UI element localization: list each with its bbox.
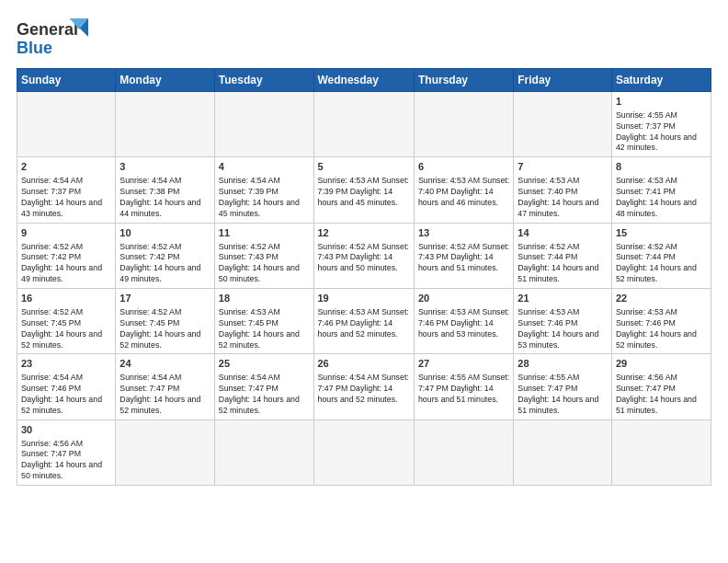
calendar-week-row: 23Sunrise: 4:54 AM Sunset: 7:46 PM Dayli… (17, 354, 711, 419)
header: GeneralBlue (17, 17, 711, 57)
calendar-week-row: 1Sunrise: 4:55 AM Sunset: 7:37 PM Daylig… (17, 92, 711, 157)
day-info: Sunrise: 4:55 AM Sunset: 7:37 PM Dayligh… (616, 110, 707, 155)
day-info: Sunrise: 4:52 AM Sunset: 7:42 PM Dayligh… (119, 242, 210, 286)
calendar-day-12: 12Sunrise: 4:52 AM Sunset: 7:43 PM Dayli… (313, 223, 414, 288)
calendar-day-9: 9Sunrise: 4:52 AM Sunset: 7:42 PM Daylig… (17, 223, 116, 288)
day-info: Sunrise: 4:52 AM Sunset: 7:43 PM Dayligh… (219, 242, 310, 286)
calendar-day-empty (611, 419, 711, 485)
day-number: 3 (119, 160, 210, 174)
calendar-day-20: 20Sunrise: 4:53 AM Sunset: 7:46 PM Dayli… (414, 289, 513, 354)
calendar-day-11: 11Sunrise: 4:52 AM Sunset: 7:43 PM Dayli… (214, 223, 313, 288)
day-number: 4 (219, 160, 310, 174)
calendar-day-22: 22Sunrise: 4:53 AM Sunset: 7:46 PM Dayli… (611, 289, 711, 354)
day-number: 1 (616, 95, 707, 109)
weekday-header-sunday: Sunday (17, 69, 116, 92)
day-info: Sunrise: 4:52 AM Sunset: 7:43 PM Dayligh… (318, 242, 410, 275)
calendar-week-row: 16Sunrise: 4:52 AM Sunset: 7:45 PM Dayli… (17, 289, 711, 354)
calendar-day-7: 7Sunrise: 4:53 AM Sunset: 7:40 PM Daylig… (514, 157, 612, 223)
calendar-day-21: 21Sunrise: 4:53 AM Sunset: 7:46 PM Dayli… (514, 289, 612, 354)
weekday-header-tuesday: Tuesday (214, 69, 313, 92)
day-info: Sunrise: 4:53 AM Sunset: 7:39 PM Dayligh… (318, 176, 410, 209)
calendar-day-26: 26Sunrise: 4:54 AM Sunset: 7:47 PM Dayli… (313, 354, 414, 419)
calendar-day-5: 5Sunrise: 4:53 AM Sunset: 7:39 PM Daylig… (313, 157, 414, 223)
day-info: Sunrise: 4:52 AM Sunset: 7:43 PM Dayligh… (418, 242, 509, 275)
day-info: Sunrise: 4:52 AM Sunset: 7:44 PM Dayligh… (518, 242, 608, 286)
calendar-day-1: 1Sunrise: 4:55 AM Sunset: 7:37 PM Daylig… (611, 92, 711, 157)
calendar-week-row: 2Sunrise: 4:54 AM Sunset: 7:37 PM Daylig… (17, 157, 711, 223)
calendar-day-29: 29Sunrise: 4:56 AM Sunset: 7:47 PM Dayli… (611, 354, 711, 419)
calendar-day-27: 27Sunrise: 4:55 AM Sunset: 7:47 PM Dayli… (414, 354, 513, 419)
day-info: Sunrise: 4:53 AM Sunset: 7:40 PM Dayligh… (518, 176, 608, 220)
day-info: Sunrise: 4:55 AM Sunset: 7:47 PM Dayligh… (518, 373, 608, 417)
calendar-day-6: 6Sunrise: 4:53 AM Sunset: 7:40 PM Daylig… (414, 157, 513, 223)
calendar-week-row: 9Sunrise: 4:52 AM Sunset: 7:42 PM Daylig… (17, 223, 711, 288)
day-number: 10 (119, 226, 210, 240)
day-number: 23 (21, 357, 111, 371)
day-number: 6 (418, 160, 509, 174)
day-info: Sunrise: 4:53 AM Sunset: 7:41 PM Dayligh… (616, 176, 707, 220)
day-number: 20 (418, 292, 509, 305)
day-info: Sunrise: 4:52 AM Sunset: 7:44 PM Dayligh… (616, 242, 707, 286)
day-info: Sunrise: 4:53 AM Sunset: 7:40 PM Dayligh… (418, 176, 509, 209)
day-number: 16 (21, 292, 111, 305)
calendar-day-13: 13Sunrise: 4:52 AM Sunset: 7:43 PM Dayli… (414, 223, 513, 288)
day-number: 19 (318, 292, 410, 305)
calendar-day-24: 24Sunrise: 4:54 AM Sunset: 7:47 PM Dayli… (116, 354, 214, 419)
day-number: 14 (518, 226, 608, 240)
calendar-day-25: 25Sunrise: 4:54 AM Sunset: 7:47 PM Dayli… (214, 354, 313, 419)
weekday-header-friday: Friday (514, 69, 612, 92)
day-info: Sunrise: 4:52 AM Sunset: 7:45 PM Dayligh… (119, 307, 210, 351)
day-info: Sunrise: 4:53 AM Sunset: 7:46 PM Dayligh… (418, 307, 509, 340)
day-info: Sunrise: 4:54 AM Sunset: 7:39 PM Dayligh… (219, 176, 310, 220)
calendar-day-30: 30Sunrise: 4:56 AM Sunset: 7:47 PM Dayli… (17, 419, 116, 485)
calendar-day-19: 19Sunrise: 4:53 AM Sunset: 7:46 PM Dayli… (313, 289, 414, 354)
calendar-day-15: 15Sunrise: 4:52 AM Sunset: 7:44 PM Dayli… (611, 223, 711, 288)
calendar-day-empty (214, 92, 313, 157)
calendar-day-empty (17, 92, 116, 157)
day-info: Sunrise: 4:53 AM Sunset: 7:46 PM Dayligh… (518, 307, 608, 351)
day-number: 17 (119, 292, 210, 305)
day-info: Sunrise: 4:54 AM Sunset: 7:37 PM Dayligh… (21, 176, 111, 220)
weekday-header-thursday: Thursday (414, 69, 513, 92)
day-number: 11 (219, 226, 310, 240)
day-number: 15 (616, 226, 707, 240)
day-number: 24 (119, 357, 210, 371)
calendar-day-empty (116, 419, 214, 485)
calendar-day-23: 23Sunrise: 4:54 AM Sunset: 7:46 PM Dayli… (17, 354, 116, 419)
calendar-week-row: 30Sunrise: 4:56 AM Sunset: 7:47 PM Dayli… (17, 419, 711, 485)
day-number: 25 (219, 357, 310, 371)
calendar-day-empty (414, 419, 513, 485)
page: GeneralBlue SundayMondayTuesdayWednesday… (0, 0, 728, 563)
calendar-day-16: 16Sunrise: 4:52 AM Sunset: 7:45 PM Dayli… (17, 289, 116, 354)
calendar-day-18: 18Sunrise: 4:53 AM Sunset: 7:45 PM Dayli… (214, 289, 313, 354)
day-number: 7 (518, 160, 608, 174)
day-number: 29 (616, 357, 707, 371)
generalblue-logo-icon: GeneralBlue (17, 17, 90, 57)
weekday-header-row: SundayMondayTuesdayWednesdayThursdayFrid… (17, 69, 711, 92)
day-info: Sunrise: 4:54 AM Sunset: 7:46 PM Dayligh… (21, 373, 111, 417)
day-number: 5 (318, 160, 410, 174)
day-info: Sunrise: 4:52 AM Sunset: 7:42 PM Dayligh… (21, 242, 111, 286)
calendar-day-14: 14Sunrise: 4:52 AM Sunset: 7:44 PM Dayli… (514, 223, 612, 288)
svg-text:Blue: Blue (17, 39, 52, 57)
day-number: 28 (518, 357, 608, 371)
day-number: 9 (21, 226, 111, 240)
calendar-day-empty (214, 419, 313, 485)
calendar-day-empty (514, 419, 612, 485)
calendar-table: SundayMondayTuesdayWednesdayThursdayFrid… (17, 68, 711, 486)
day-info: Sunrise: 4:54 AM Sunset: 7:38 PM Dayligh… (119, 176, 210, 220)
calendar-day-empty (414, 92, 513, 157)
calendar-day-3: 3Sunrise: 4:54 AM Sunset: 7:38 PM Daylig… (116, 157, 214, 223)
calendar-day-8: 8Sunrise: 4:53 AM Sunset: 7:41 PM Daylig… (611, 157, 711, 223)
day-number: 26 (318, 357, 410, 371)
day-number: 22 (616, 292, 707, 305)
logo: GeneralBlue (17, 17, 90, 57)
calendar-day-empty (313, 92, 414, 157)
day-info: Sunrise: 4:55 AM Sunset: 7:47 PM Dayligh… (418, 373, 509, 406)
weekday-header-wednesday: Wednesday (313, 69, 414, 92)
calendar-day-2: 2Sunrise: 4:54 AM Sunset: 7:37 PM Daylig… (17, 157, 116, 223)
day-info: Sunrise: 4:54 AM Sunset: 7:47 PM Dayligh… (119, 373, 210, 417)
day-info: Sunrise: 4:52 AM Sunset: 7:45 PM Dayligh… (21, 307, 111, 351)
calendar-day-empty (313, 419, 414, 485)
day-number: 8 (616, 160, 707, 174)
